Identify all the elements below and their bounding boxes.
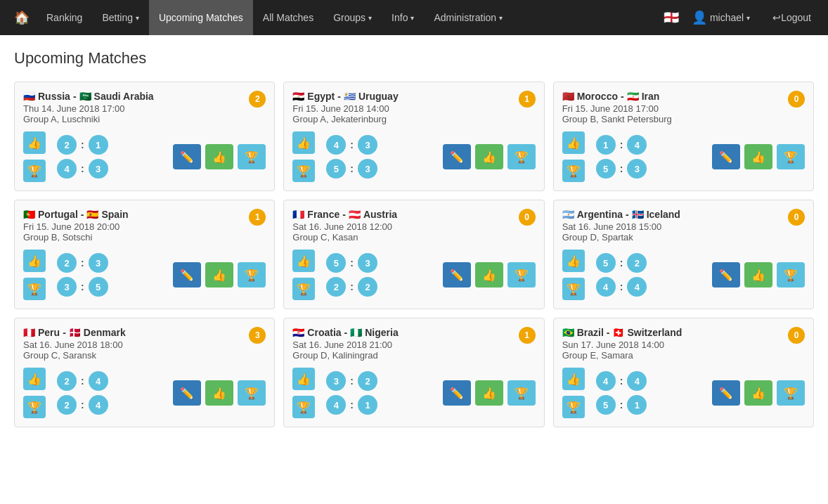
nav-right: 🏴󠁧󠁢󠁥󠁮󠁧󠁿 👤 michael ▾ ↩ Logout — [664, 0, 821, 35]
trophy-button[interactable]: 🏆 — [238, 380, 266, 406]
score-row-bot: 5 : 3 — [596, 159, 647, 179]
action-btns: ✏️ 👍 🏆 — [173, 262, 266, 287]
score-bot-left: 2 — [57, 395, 77, 415]
edit-button[interactable]: ✏️ — [173, 380, 201, 406]
nav-user[interactable]: 👤 michael ▾ — [682, 0, 760, 35]
like-icon[interactable]: 👍 — [562, 131, 585, 154]
team1: Russia — [38, 91, 70, 102]
edit-button[interactable]: ✏️ — [443, 262, 471, 287]
edit-button[interactable]: ✏️ — [712, 262, 740, 287]
trophy-button[interactable]: 🏆 — [777, 380, 805, 406]
score-bot-left: 5 — [596, 395, 616, 415]
match-badge: 0 — [788, 327, 805, 344]
thumbsup-button[interactable]: 👍 — [475, 380, 503, 406]
match-date: Sat 16. June 2018 21:00 — [292, 340, 535, 350]
trophy-icon[interactable]: 🏆 — [562, 160, 585, 182]
match-title: 🇧🇷 Brazil - 🇨🇭 Switzerland — [562, 327, 805, 338]
flag1: 🇫🇷 — [292, 209, 304, 220]
edit-button[interactable]: ✏️ — [173, 144, 201, 169]
score-row-bot: 5 : 3 — [326, 159, 377, 179]
trophy-button[interactable]: 🏆 — [507, 380, 536, 406]
score-top-right: 3 — [358, 135, 377, 155]
trophy-button[interactable]: 🏆 — [507, 262, 536, 287]
flag1: 🇵🇪 — [23, 327, 35, 338]
nav-groups[interactable]: Groups ▾ — [323, 0, 382, 35]
chevron-down-icon: ▾ — [499, 14, 503, 22]
match-title: 🇵🇹 Portugal - 🇪🇸 Spain — [23, 209, 266, 220]
flag1: 🇲🇦 — [562, 91, 574, 102]
like-icon[interactable]: 👍 — [292, 250, 315, 272]
nav-all-matches[interactable]: All Matches — [253, 0, 323, 35]
match-badge: 0 — [519, 209, 536, 226]
like-icon[interactable]: 👍 — [23, 368, 46, 390]
trophy-button[interactable]: 🏆 — [238, 262, 266, 287]
thumbsup-button[interactable]: 👍 — [744, 380, 772, 406]
edit-button[interactable]: ✏️ — [443, 380, 471, 406]
trophy-button[interactable]: 🏆 — [777, 262, 805, 287]
edit-button[interactable]: ✏️ — [173, 262, 201, 287]
thumbsup-button[interactable]: 👍 — [205, 144, 233, 169]
score-top-right: 3 — [358, 253, 377, 273]
like-icon[interactable]: 👍 — [292, 131, 315, 154]
match-badge: 0 — [788, 91, 805, 108]
icons-col: 👍 🏆 — [562, 250, 585, 300]
match-title: 🇪🇬 Egypt - 🇺🇾 Uruguay — [292, 91, 535, 102]
icons-col: 👍 🏆 — [562, 131, 585, 182]
trophy-icon[interactable]: 🏆 — [562, 278, 585, 300]
score-bot-right: 3 — [358, 159, 377, 179]
chevron-down-icon: ▾ — [136, 14, 139, 22]
trophy-icon[interactable]: 🏆 — [292, 278, 315, 300]
score-bot-left: 4 — [57, 159, 77, 179]
match-card: 🇦🇷 Argentina - 🇮🇸 Iceland Sat 16. June 2… — [553, 200, 814, 309]
edit-button[interactable]: ✏️ — [712, 144, 740, 169]
scores-col: 1 : 4 5 : 3 — [596, 135, 647, 179]
action-btns: ✏️ 👍 🏆 — [443, 144, 536, 169]
match-venue: Group C, Kasan — [292, 232, 535, 243]
score-row-bot: 5 : 1 — [596, 395, 647, 415]
like-icon[interactable]: 👍 — [562, 250, 585, 272]
icons-col: 👍 🏆 — [562, 368, 585, 418]
like-icon[interactable]: 👍 — [292, 368, 315, 390]
language-flag[interactable]: 🏴󠁧󠁢󠁥󠁮󠁧󠁿 — [664, 10, 679, 25]
score-top-right: 3 — [89, 253, 108, 273]
chevron-down-icon: ▾ — [368, 14, 372, 22]
score-row-top: 1 : 4 — [596, 135, 647, 155]
nav-logout[interactable]: ↩ Logout — [763, 0, 821, 35]
edit-button[interactable]: ✏️ — [712, 380, 740, 406]
nav-administration[interactable]: Administration ▾ — [424, 0, 512, 35]
nav-ranking[interactable]: Ranking — [37, 0, 92, 35]
thumbsup-button[interactable]: 👍 — [744, 144, 772, 169]
trophy-icon[interactable]: 🏆 — [292, 396, 315, 418]
match-venue: Group E, Samara — [562, 350, 805, 361]
trophy-icon[interactable]: 🏆 — [292, 160, 315, 182]
trophy-button[interactable]: 🏆 — [777, 144, 805, 169]
like-icon[interactable]: 👍 — [23, 131, 46, 154]
thumbsup-button[interactable]: 👍 — [205, 380, 233, 406]
match-title: 🇦🇷 Argentina - 🇮🇸 Iceland — [562, 209, 805, 220]
nav-info[interactable]: Info ▾ — [382, 0, 424, 35]
thumbsup-button[interactable]: 👍 — [205, 262, 233, 287]
trophy-icon[interactable]: 🏆 — [23, 160, 46, 182]
flag1: 🇵🇹 — [23, 209, 35, 220]
trophy-icon[interactable]: 🏆 — [23, 396, 46, 418]
like-icon[interactable]: 👍 — [562, 368, 585, 390]
trophy-button[interactable]: 🏆 — [507, 144, 536, 169]
flag1: 🇪🇬 — [292, 91, 304, 102]
trophy-icon[interactable]: 🏆 — [23, 278, 46, 300]
flag1: 🇦🇷 — [562, 209, 574, 220]
edit-button[interactable]: ✏️ — [443, 144, 471, 169]
nav-betting[interactable]: Betting ▾ — [92, 0, 149, 35]
thumbsup-button[interactable]: 👍 — [744, 262, 772, 287]
thumbsup-button[interactable]: 👍 — [475, 144, 503, 169]
team2: Iceland — [647, 209, 680, 220]
like-icon[interactable]: 👍 — [23, 250, 46, 272]
trophy-button[interactable]: 🏆 — [238, 144, 266, 169]
nav-upcoming-matches[interactable]: Upcoming Matches — [149, 0, 253, 35]
home-icon[interactable]: 🏠 — [7, 10, 37, 25]
flag1: 🇭🇷 — [292, 327, 304, 338]
team1: Portugal — [38, 209, 78, 220]
thumbsup-button[interactable]: 👍 — [475, 262, 503, 287]
trophy-icon[interactable]: 🏆 — [562, 396, 585, 418]
flag2: 🇦🇹 — [349, 209, 361, 220]
scores-col: 2 : 1 4 : 3 — [57, 135, 108, 179]
